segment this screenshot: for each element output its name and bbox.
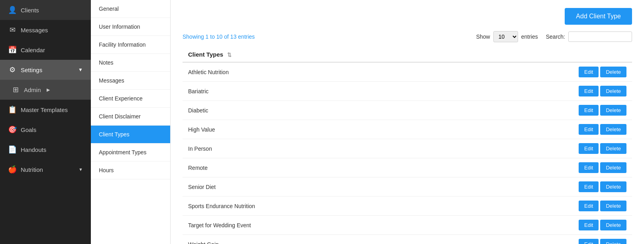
sidebar-item-messages[interactable]: ✉ Messages — [0, 20, 91, 40]
client-type-name: Senior Diet — [183, 177, 439, 197]
table-row: DiabeticEditDelete — [183, 101, 632, 120]
search-input[interactable] — [568, 31, 632, 42]
delete-button[interactable]: Delete — [600, 201, 626, 211]
submenu-item-notes[interactable]: Notes — [91, 54, 170, 72]
client-type-name: Athletic Nutrition — [183, 62, 439, 82]
edit-button[interactable]: Edit — [579, 181, 599, 192]
show-entries-select[interactable]: 10 25 50 100 — [493, 31, 518, 42]
delete-button[interactable]: Delete — [600, 105, 626, 116]
actions-cell: EditDelete — [439, 120, 632, 139]
sidebar-item-goals[interactable]: 🎯 Goals — [0, 120, 91, 140]
search-label: Search: — [546, 33, 565, 40]
settings-icon: ⚙ — [8, 65, 17, 74]
submenu-item-appointment-types[interactable]: Appointment Types — [91, 144, 170, 161]
client-type-name: Remote — [183, 158, 439, 177]
table-row: In PersonEditDelete — [183, 139, 632, 158]
show-entries-control: Show 10 25 50 100 entries — [476, 31, 538, 42]
sidebar-item-admin[interactable]: ⊞ Admin ▶ — [0, 80, 91, 100]
admin-arrow-icon: ▶ — [47, 87, 50, 92]
sidebar-item-master-templates[interactable]: 📋 Master Templates — [0, 100, 91, 120]
table-row: Target for Wedding EventEditDelete — [183, 216, 632, 235]
submenu-item-messages[interactable]: Messages — [91, 72, 170, 90]
table-row: High ValueEditDelete — [183, 120, 632, 139]
table-row: Senior DietEditDelete — [183, 177, 632, 197]
table-row: BariatricEditDelete — [183, 82, 632, 101]
edit-button[interactable]: Edit — [579, 220, 599, 230]
submenu-item-client-disclaimer[interactable]: Client Disclaimer — [91, 108, 170, 126]
edit-button[interactable]: Edit — [579, 239, 599, 244]
submenu-item-facility-information[interactable]: Facility Information — [91, 36, 170, 54]
edit-button[interactable]: Edit — [579, 162, 599, 173]
client-type-name: Sports Endurance Nutrition — [183, 197, 439, 216]
sidebar-item-label: Messages — [21, 27, 48, 33]
sidebar-item-label: Clients — [21, 7, 39, 14]
table-controls: Showing 1 to 10 of 13 entries Show 10 25… — [183, 31, 632, 42]
sidebar-item-nutrition[interactable]: 🍎 Nutrition ▼ — [0, 159, 91, 179]
edit-button[interactable]: Edit — [579, 67, 599, 77]
edit-button[interactable]: Edit — [579, 201, 599, 211]
nutrition-arrow-icon: ▼ — [79, 167, 83, 172]
submenu: General User Information Facility Inform… — [91, 0, 171, 244]
showing-text: Showing 1 to 10 of 13 entries — [183, 33, 255, 40]
entries-label: entries — [521, 33, 538, 40]
table-row: Weight GainEditDelete — [183, 235, 632, 244]
sidebar-item-handouts[interactable]: 📄 Handouts — [0, 140, 91, 159]
nutrition-icon: 🍎 — [8, 165, 17, 174]
edit-button[interactable]: Edit — [579, 105, 599, 116]
sidebar-item-clients[interactable]: 👤 Clients — [0, 0, 91, 20]
messages-icon: ✉ — [8, 26, 17, 34]
submenu-item-general[interactable]: General — [91, 0, 170, 18]
client-type-name: High Value — [183, 120, 439, 139]
client-type-name: Bariatric — [183, 82, 439, 101]
sidebar-item-label: Nutrition — [21, 166, 43, 173]
submenu-item-client-experience[interactable]: Client Experience — [91, 90, 170, 108]
delete-button[interactable]: Delete — [600, 67, 626, 77]
delete-button[interactable]: Delete — [600, 162, 626, 173]
delete-button[interactable]: Delete — [600, 239, 626, 244]
goals-icon: 🎯 — [8, 125, 17, 134]
master-templates-icon: 📋 — [8, 105, 17, 114]
edit-button[interactable]: Edit — [579, 143, 599, 154]
sidebar-item-label: Admin — [24, 87, 41, 93]
table-row: RemoteEditDelete — [183, 158, 632, 177]
clients-icon: 👤 — [8, 6, 17, 14]
submenu-item-user-information[interactable]: User Information — [91, 18, 170, 36]
client-type-name: Weight Gain — [183, 235, 439, 244]
client-types-table: Client Types ⇅ Athletic NutritionEditDel… — [183, 47, 632, 244]
settings-arrow-icon: ▼ — [78, 67, 83, 73]
client-type-name: In Person — [183, 139, 439, 158]
actions-cell: EditDelete — [439, 235, 632, 244]
sidebar-item-settings[interactable]: ⚙ Settings ▼ — [0, 60, 91, 80]
main-content: Add Client Type Showing 1 to 10 of 13 en… — [171, 0, 644, 244]
sidebar: 👤 Clients ✉ Messages 📅 Calendar ⚙ Settin… — [0, 0, 91, 244]
actions-cell: EditDelete — [439, 197, 632, 216]
client-types-column-header: Client Types ⇅ — [183, 47, 439, 62]
table-row: Sports Endurance NutritionEditDelete — [183, 197, 632, 216]
delete-button[interactable]: Delete — [600, 220, 626, 230]
client-type-name: Diabetic — [183, 101, 439, 120]
submenu-item-hours[interactable]: Hours — [91, 161, 170, 179]
sort-icon[interactable]: ⇅ — [227, 52, 232, 58]
delete-button[interactable]: Delete — [600, 86, 626, 96]
actions-cell: EditDelete — [439, 82, 632, 101]
sidebar-item-calendar[interactable]: 📅 Calendar — [0, 40, 91, 60]
delete-button[interactable]: Delete — [600, 124, 626, 135]
top-bar: Add Client Type — [183, 8, 632, 25]
handouts-icon: 📄 — [8, 145, 17, 154]
actions-cell: EditDelete — [439, 158, 632, 177]
delete-button[interactable]: Delete — [600, 143, 626, 154]
edit-button[interactable]: Edit — [579, 86, 599, 96]
actions-cell: EditDelete — [439, 101, 632, 120]
actions-cell: EditDelete — [439, 139, 632, 158]
add-client-type-button[interactable]: Add Client Type — [565, 8, 632, 25]
delete-button[interactable]: Delete — [600, 181, 626, 192]
sidebar-item-label: Calendar — [21, 47, 45, 53]
actions-column-header — [439, 47, 632, 62]
admin-icon: ⊞ — [11, 85, 20, 94]
edit-button[interactable]: Edit — [579, 124, 599, 135]
client-type-name: Target for Wedding Event — [183, 216, 439, 235]
actions-cell: EditDelete — [439, 216, 632, 235]
submenu-item-client-types[interactable]: Client Types — [91, 126, 170, 144]
actions-cell: EditDelete — [439, 62, 632, 82]
sidebar-item-label: Goals — [21, 126, 36, 133]
